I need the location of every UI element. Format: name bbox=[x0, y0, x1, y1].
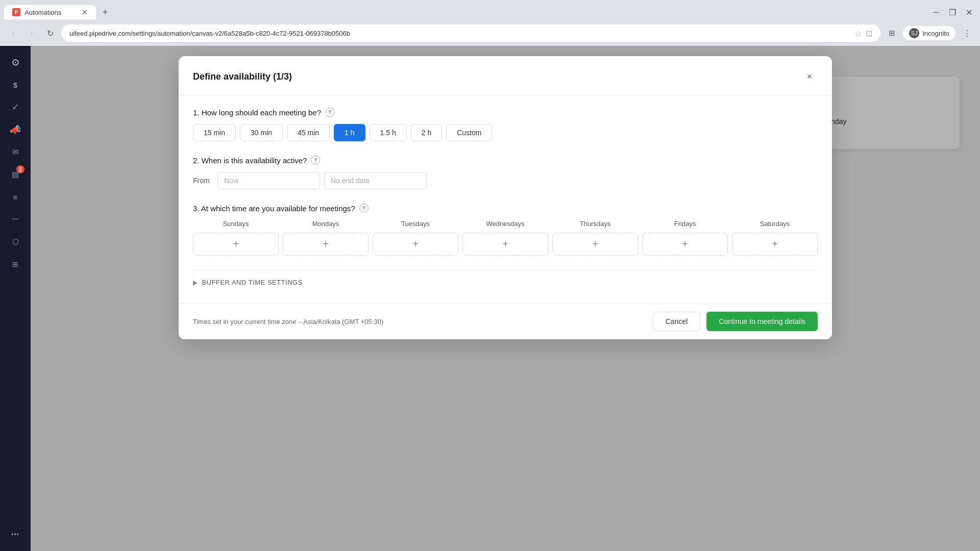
monday-add-button[interactable]: + bbox=[283, 233, 369, 256]
thursday-column: Thursdays + bbox=[552, 220, 638, 256]
buffer-section: ▶ BUFFER AND TIME SETTINGS bbox=[193, 270, 818, 286]
sidebar-item-buildings[interactable]: ⊞ bbox=[5, 254, 26, 274]
section2-help-icon[interactable]: ? bbox=[311, 156, 320, 165]
thursday-header: Thursdays bbox=[580, 220, 611, 228]
modal-footer: Times set in your current time zone – As… bbox=[179, 303, 832, 339]
from-label: From bbox=[193, 177, 213, 185]
tab-title: Automations bbox=[24, 9, 61, 16]
menu-button[interactable]: ⋮ bbox=[960, 26, 974, 40]
sunday-column: Sundays + bbox=[193, 220, 279, 256]
reload-button[interactable]: ↻ bbox=[43, 26, 57, 40]
friday-header: Fridays bbox=[674, 220, 696, 228]
buildings-icon: ⊞ bbox=[12, 260, 18, 268]
incognito-label: Incognito bbox=[922, 30, 949, 37]
sidebar-item-inbox[interactable]: ▤ 2 bbox=[5, 164, 26, 185]
wednesday-column: Wednesdays + bbox=[462, 220, 548, 256]
check-icon: ✓ bbox=[12, 102, 19, 113]
incognito-avatar: SJ bbox=[909, 28, 919, 38]
wednesday-header: Wednesdays bbox=[486, 220, 525, 228]
chevron-right-icon: ▶ bbox=[193, 279, 198, 286]
friday-add-button[interactable]: + bbox=[642, 233, 728, 256]
sidebar-item-campaigns[interactable]: 📣 bbox=[5, 119, 26, 140]
to-date-input[interactable] bbox=[324, 172, 427, 189]
new-tab-button[interactable]: + bbox=[98, 5, 112, 19]
inbox-badge: 2 bbox=[16, 165, 24, 173]
tuesday-column: Tuesdays + bbox=[373, 220, 458, 256]
sidebar-item-trends[interactable]: 〰 bbox=[5, 209, 26, 230]
forward-button[interactable]: › bbox=[24, 26, 39, 40]
home-icon: ⊙ bbox=[12, 57, 19, 68]
sidebar-item-deals[interactable]: $ bbox=[5, 74, 26, 95]
window-close-button[interactable]: ✕ bbox=[962, 5, 976, 19]
tuesday-add-button[interactable]: + bbox=[373, 233, 458, 256]
duration-buttons-group: 15 min 30 min 45 min 1 h 1.5 h 2 h Custo… bbox=[193, 124, 818, 141]
url-text: uifeed.pipedrive.com/settings/automation… bbox=[69, 30, 850, 37]
section1-label: 1. How long should each meeting be? ? bbox=[193, 108, 818, 117]
saturday-add-button[interactable]: + bbox=[732, 233, 818, 256]
sidebar-item-more[interactable]: ••• bbox=[5, 524, 26, 545]
meeting-duration-section: 1. How long should each meeting be? ? 15… bbox=[193, 108, 818, 141]
sidebar-item-mail[interactable]: ✉ bbox=[5, 142, 26, 162]
integrations-icon: ⬡ bbox=[12, 237, 19, 246]
monday-column: Mondays + bbox=[283, 220, 369, 256]
monday-header: Mondays bbox=[312, 220, 339, 228]
friday-column: Fridays + bbox=[642, 220, 728, 256]
thursday-add-button[interactable]: + bbox=[552, 233, 638, 256]
saturday-header: Saturdays bbox=[760, 220, 790, 228]
days-grid: Sundays + Mondays + Tuesdays + bbox=[193, 220, 818, 256]
timezone-text: Times set in your current time zone – As… bbox=[193, 318, 383, 325]
extensions-button[interactable]: ⊞ bbox=[885, 26, 899, 40]
bookmark-icon[interactable]: ☆ bbox=[854, 29, 862, 38]
wednesday-add-button[interactable]: + bbox=[462, 233, 548, 256]
url-bar[interactable]: uifeed.pipedrive.com/settings/automation… bbox=[61, 24, 880, 42]
main-content: Save Type: Call Due date: Next Monday Ti… bbox=[31, 46, 980, 551]
window-restore-button[interactable]: ❐ bbox=[945, 5, 960, 19]
mail-icon: ✉ bbox=[12, 147, 19, 157]
megaphone-icon: 📣 bbox=[10, 124, 21, 135]
sidebar-item-integrations[interactable]: ⬡ bbox=[5, 232, 26, 252]
cancel-button[interactable]: Cancel bbox=[653, 312, 701, 331]
tuesday-header: Tuesdays bbox=[401, 220, 430, 228]
browser-tab[interactable]: P Automations ✕ bbox=[4, 5, 96, 19]
incognito-button[interactable]: SJ Incognito bbox=[903, 26, 955, 40]
saturday-column: Saturdays + bbox=[732, 220, 818, 256]
sunday-add-button[interactable]: + bbox=[193, 233, 279, 256]
modal-title: Define availability (1/3) bbox=[193, 71, 292, 82]
modal-overlay: Define availability (1/3) × 1. How long … bbox=[31, 46, 980, 551]
sidebar: ⊙ $ ✓ 📣 ✉ ▤ 2 ≡ 〰 ⬡ ⊞ ••• bbox=[0, 46, 31, 551]
buffer-label: BUFFER AND TIME SETTINGS bbox=[202, 279, 303, 286]
buffer-toggle-button[interactable]: ▶ BUFFER AND TIME SETTINGS bbox=[193, 279, 818, 286]
close-icon: × bbox=[807, 71, 813, 82]
reader-mode-icon[interactable]: ⊡ bbox=[866, 29, 872, 38]
tab-favicon: P bbox=[12, 8, 20, 16]
section3-help-icon[interactable]: ? bbox=[359, 204, 369, 213]
section2-label: 2. When is this availability active? ? bbox=[193, 156, 818, 165]
more-icon: ••• bbox=[11, 531, 19, 538]
sidebar-item-home[interactable]: ⊙ bbox=[5, 52, 26, 72]
sunday-header: Sundays bbox=[223, 220, 249, 228]
window-minimize-button[interactable]: ─ bbox=[929, 5, 943, 19]
duration-1h-button[interactable]: 1 h bbox=[334, 124, 365, 141]
footer-buttons: Cancel Continue to meeting details bbox=[653, 312, 818, 331]
duration-15min-button[interactable]: 15 min bbox=[193, 124, 236, 141]
duration-custom-button[interactable]: Custom bbox=[446, 124, 492, 141]
tab-close-button[interactable]: ✕ bbox=[82, 8, 88, 16]
continue-button[interactable]: Continue to meeting details bbox=[706, 312, 818, 331]
date-row: From bbox=[193, 172, 818, 189]
modal-header: Define availability (1/3) × bbox=[179, 56, 832, 95]
section1-help-icon[interactable]: ? bbox=[325, 108, 334, 117]
availability-active-section: 2. When is this availability active? ? F… bbox=[193, 156, 818, 189]
duration-1-5h-button[interactable]: 1.5 h bbox=[370, 124, 407, 141]
duration-45min-button[interactable]: 45 min bbox=[287, 124, 330, 141]
available-times-section: 3. At which time are you available for m… bbox=[193, 204, 818, 256]
reports-icon: ≡ bbox=[13, 193, 18, 202]
modal-close-button[interactable]: × bbox=[801, 68, 818, 85]
duration-30min-button[interactable]: 30 min bbox=[240, 124, 283, 141]
from-date-input[interactable] bbox=[217, 172, 320, 189]
sidebar-item-activities[interactable]: ✓ bbox=[5, 97, 26, 117]
dollar-icon: $ bbox=[13, 81, 17, 89]
duration-2h-button[interactable]: 2 h bbox=[411, 124, 442, 141]
sidebar-item-reports[interactable]: ≡ bbox=[5, 187, 26, 207]
back-button[interactable]: ‹ bbox=[6, 26, 20, 40]
section3-label: 3. At which time are you available for m… bbox=[193, 204, 818, 213]
